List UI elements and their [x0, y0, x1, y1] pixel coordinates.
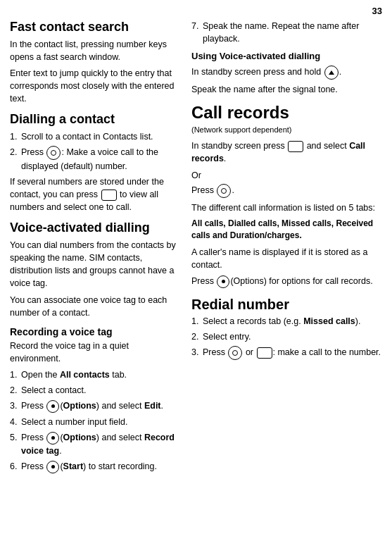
dialling-item-1: 1. Scroll to a contact in Contacts list. — [10, 130, 179, 143]
voice-dialling-heading: Voice-activated dialling — [10, 221, 179, 236]
dot-icon-start — [46, 461, 59, 473]
voice-dialling-para2: You can associate one voice tag to each … — [10, 294, 179, 319]
using-voice-line1: In standby screen press and hold . — [191, 66, 382, 80]
call-records-tabs: All calls, Dialled calls, Missed calls, … — [191, 218, 382, 242]
call-records-caller: A caller's name is displayed if it is st… — [191, 246, 382, 271]
nav-icon-cr — [217, 184, 231, 198]
dialling-multi-para: If several numbers are stored under the … — [10, 175, 179, 213]
dialling-item-2: 2. Press : Make a voice call to the disp… — [10, 146, 179, 173]
rect-icon-redial — [257, 347, 272, 359]
call-records-info: The different call information is listed… — [191, 201, 382, 214]
fast-contact-para1: In the contact list, pressing number key… — [10, 38, 179, 63]
dialling-item-2-text: Press : Make a voice call to the display… — [21, 146, 179, 173]
dot-icon-options — [46, 400, 59, 413]
redial-heading: Redial number — [191, 297, 382, 313]
recording-item-5: 5. Press (Options) and select Record voi… — [10, 431, 179, 457]
recording-item-4: 4. Select a number input field. — [10, 416, 179, 428]
dialling-item-1-text: Scroll to a contact in Contacts list. — [21, 130, 179, 143]
nav-icon-redial — [228, 346, 242, 360]
using-voice-line2: Speak the name after the signal tone. — [191, 83, 382, 96]
fast-contact-para2: Enter text to jump quickly to the entry … — [10, 67, 179, 105]
call-records-options: Press (Options) for options for call rec… — [191, 275, 382, 288]
recording-heading: Recording a voice tag — [10, 326, 179, 337]
recording-item-3: 3. Press (Options) and select Edit. — [10, 399, 179, 413]
using-voice-heading: Using Voice-activated dialling — [191, 51, 382, 61]
redial-item-2: 2. Select entry. — [191, 330, 382, 343]
dot-icon-cr — [217, 275, 229, 288]
call-records-press: Press . — [191, 184, 382, 198]
nav-icon — [46, 146, 61, 160]
recording-item-1: 1. Open the All contacts tab. — [10, 368, 179, 381]
up-icon — [324, 66, 339, 80]
redial-item-1: 1. Select a records tab (e.g. Missed cal… — [191, 315, 382, 328]
page-number: 33 — [372, 6, 382, 16]
rect-icon-view — [101, 190, 117, 201]
dot-icon-options2 — [46, 432, 59, 445]
redial-item-3: 3. Press or : make a call to the number. — [191, 346, 382, 360]
recording-item-6: 6. Press (Start) to start recording. — [10, 460, 179, 473]
dialling-item-1-num: 1. — [10, 130, 21, 143]
recording-intro: Record the voice tag in a quiet environm… — [10, 340, 179, 365]
call-records-heading: Call records — [191, 103, 382, 123]
dialling-heading: Dialling a contact — [10, 112, 179, 128]
voice-dialling-para1: You can dial numbers from the contacts b… — [10, 239, 179, 290]
left-column: Fast contact search In the contact list,… — [10, 20, 179, 476]
all-contacts-label: All contacts — [60, 370, 110, 380]
call-records-standby: In standby screen press and select Call … — [191, 139, 382, 165]
right-column: 7. Speak the name. Repeat the name after… — [191, 20, 382, 476]
recording-item-2: 2. Select a contact. — [10, 384, 179, 397]
or-text: Or — [191, 169, 382, 182]
network-note: (Network support dependent) — [191, 125, 382, 136]
fast-contact-search-heading: Fast contact search — [10, 20, 179, 35]
dialling-item-2-num: 2. — [10, 146, 21, 173]
rect-icon-cr — [288, 141, 303, 152]
item-7: 7. Speak the name. Repeat the name after… — [191, 20, 382, 45]
